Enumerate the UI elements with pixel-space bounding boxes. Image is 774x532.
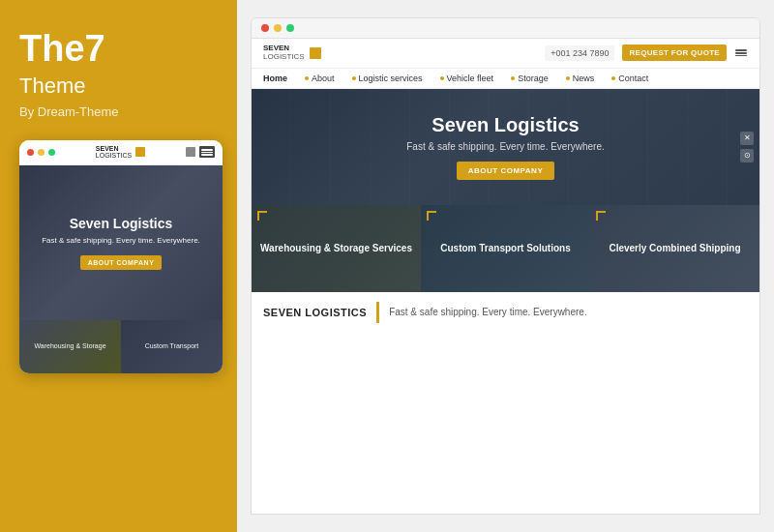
menu-dot-storage — [511, 76, 515, 80]
hero-cta-button[interactable]: ABOUT COMPANY — [457, 162, 554, 180]
mobile-card-1-text: Warehousing & Storage — [34, 342, 105, 350]
menu-item-storage[interactable]: Storage — [511, 74, 549, 83]
site-nav-right: +001 234 7890 REQUEST FOR QUOTE — [545, 44, 748, 61]
mobile-card-2: Custom Transport — [121, 320, 223, 373]
service-card-1-text: Warehousing & Storage Services — [253, 242, 420, 255]
menu-item-news-label: News — [573, 74, 595, 83]
menu-dot-contact — [611, 76, 615, 80]
browser-bar — [252, 18, 759, 39]
card-corner-3 — [596, 211, 606, 221]
menu-item-about[interactable]: About — [305, 74, 335, 83]
menu-dot-logistic — [352, 76, 356, 80]
mobile-hero-title: Seven Logistics — [70, 216, 173, 231]
hero-side-arrows: ✕ ⊙ — [740, 132, 754, 163]
phone-number: +001 234 7890 — [545, 45, 614, 61]
service-card-warehousing[interactable]: Warehousing & Storage Services — [252, 205, 421, 292]
mobile-dot-red — [27, 149, 34, 156]
hero-subtitle: Fast & safe shipping. Every time. Everyw… — [406, 141, 605, 152]
mobile-logo-icon — [135, 147, 145, 157]
service-card-transport[interactable]: Custom Transport Solutions — [421, 205, 590, 292]
site-bottom: SEVEN LOGISTICS Fast & safe shipping. Ev… — [252, 292, 759, 333]
menu-dot-vehicle — [440, 76, 444, 80]
mobile-cards: Warehousing & Storage Custom Transport — [19, 320, 223, 373]
bottom-divider — [376, 302, 379, 323]
request-quote-button[interactable]: REQUEST FOR QUOTE — [622, 44, 727, 61]
site-logo-icon — [310, 47, 321, 59]
mobile-dot-yellow — [38, 149, 45, 156]
menu-item-storage-label: Storage — [518, 74, 549, 83]
menu-item-home[interactable]: Home — [263, 74, 287, 83]
menu-item-contact[interactable]: Contact — [611, 74, 648, 83]
mobile-menu-icon — [199, 146, 215, 158]
menu-item-contact-label: Contact — [618, 74, 648, 83]
site-menu: Home About Logistic services Vehicle fle… — [252, 69, 759, 89]
mobile-card-1: Warehousing & Storage — [19, 320, 121, 373]
right-panel: SEVEN LOGISTICS +001 234 7890 REQUEST FO… — [237, 0, 774, 532]
menu-dot-about — [305, 76, 309, 80]
site-logo-text-logistics: LOGISTICS — [263, 53, 305, 62]
mobile-hero: Seven Logistics Fast & safe shipping. Ev… — [19, 165, 223, 320]
mobile-cta-button[interactable]: ABOUT COMPANY — [80, 255, 163, 270]
menu-item-vehicle[interactable]: Vehicle fleet — [440, 74, 494, 83]
service-cards: Warehousing & Storage Services Custom Tr… — [252, 205, 759, 292]
hamburger-icon[interactable] — [734, 48, 748, 58]
service-card-3-text: Cleverly Combined Shipping — [601, 242, 748, 255]
menu-item-about-label: About — [312, 74, 335, 83]
bottom-tagline: Fast & safe shipping. Every time. Everyw… — [389, 307, 587, 317]
bottom-company-name: SEVEN LOGISTICS — [263, 307, 367, 318]
card-corner-1 — [257, 211, 267, 221]
site-hero: Seven Logistics Fast & safe shipping. Ev… — [252, 89, 759, 205]
menu-item-logistic[interactable]: Logistic services — [352, 74, 423, 83]
browser-dot-green — [286, 24, 294, 32]
website-content: SEVEN LOGISTICS +001 234 7890 REQUEST FO… — [252, 39, 759, 514]
mobile-dot-green — [48, 149, 55, 156]
browser-dot-red — [261, 24, 269, 32]
hero-title: Seven Logistics — [432, 114, 579, 136]
arrow-up[interactable]: ✕ — [740, 132, 754, 145]
menu-item-home-label: Home — [263, 74, 287, 83]
mobile-hero-bg: Seven Logistics Fast & safe shipping. Ev… — [19, 165, 223, 320]
theme-author: By Dream-Theme — [19, 104, 119, 119]
mobile-logo-subtext: LOGISTICS — [96, 152, 132, 160]
site-logo: SEVEN LOGISTICS — [263, 44, 321, 62]
mobile-logo-area: SEVEN LOGISTICS — [96, 145, 145, 160]
theme-subtitle: Theme — [19, 74, 85, 99]
menu-item-logistic-label: Logistic services — [359, 74, 423, 83]
mobile-mockup: SEVEN LOGISTICS Seven Logistics Fast & s… — [19, 140, 223, 373]
service-card-2-text: Custom Transport Solutions — [432, 242, 578, 255]
card-corner-2 — [427, 211, 436, 221]
site-nav: SEVEN LOGISTICS +001 234 7890 REQUEST FO… — [252, 39, 759, 69]
service-card-shipping[interactable]: Cleverly Combined Shipping — [590, 205, 759, 292]
menu-dot-news — [566, 76, 570, 80]
menu-item-news[interactable]: News — [566, 74, 595, 83]
mobile-dots — [27, 149, 55, 156]
mobile-top-bar: SEVEN LOGISTICS — [19, 140, 223, 165]
mobile-hero-subtitle: Fast & safe shipping. Every time. Everyw… — [42, 236, 200, 246]
theme-title: The7 — [19, 29, 105, 70]
mobile-header-icons — [186, 146, 215, 158]
mobile-search-icon — [186, 147, 195, 157]
mobile-logo-text: SEVEN — [96, 145, 132, 153]
browser-dot-yellow — [274, 24, 282, 32]
arrow-down[interactable]: ⊙ — [740, 149, 754, 163]
left-panel: The7 Theme By Dream-Theme SEVEN LOGISTIC… — [0, 0, 237, 532]
browser-chrome: SEVEN LOGISTICS +001 234 7890 REQUEST FO… — [251, 17, 760, 515]
mobile-card-2-text: Custom Transport — [145, 342, 199, 350]
menu-item-vehicle-label: Vehicle fleet — [447, 74, 494, 83]
